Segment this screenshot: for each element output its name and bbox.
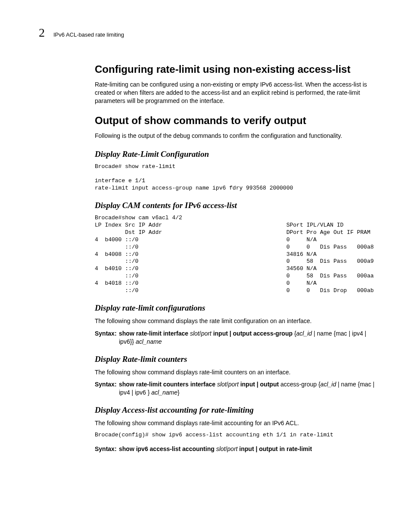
syntax-text: } (177, 389, 180, 396)
section-heading-config: Configuring rate-limit using non-existin… (95, 63, 381, 75)
subsection-heading-rate-limit-config: Display Rate-Limit Configuration (95, 149, 381, 159)
syntax-text: slot (217, 381, 227, 388)
syntax-label: Syntax: (95, 380, 119, 397)
syntax-body: show rate-limit interface slot/port inpu… (119, 330, 381, 346)
header-title: IPv6 ACL-based rate limiting (53, 31, 124, 38)
paragraph: The following show command displays rate… (95, 368, 381, 376)
syntax-line: Syntax: show rate-limit counters interfa… (95, 380, 381, 397)
syntax-label: Syntax: (95, 445, 119, 453)
syntax-text: show rate-limit counters interface (119, 381, 217, 388)
section-paragraph: Rate-limiting can be configured using a … (95, 81, 381, 105)
syntax-text: acl_name (136, 338, 162, 345)
syntax-label: Syntax: (95, 330, 119, 346)
paragraph: The following show command displays rate… (95, 419, 381, 427)
page-header: 2 IPv6 ACL-based rate limiting (39, 26, 381, 40)
syntax-text: input | output in rate-limit (237, 445, 312, 452)
syntax-body: show ipv6 access-list accounting slot/po… (119, 445, 381, 453)
syntax-text: acl_id (296, 330, 312, 337)
section-heading-output: Output of show commands to verify output (95, 115, 381, 127)
syntax-text: input | output access-group (212, 330, 294, 337)
content: Configuring rate-limit using non-existin… (95, 63, 381, 453)
syntax-text: show rate-limit interface (119, 330, 190, 337)
syntax-body: show rate-limit counters interface slot/… (119, 380, 381, 397)
subsection-heading-cam-contents: Display CAM contents for IPv6 access-lis… (95, 201, 381, 210)
syntax-text: show ipv6 access-list accounting (119, 445, 216, 452)
syntax-text: port (201, 330, 212, 337)
syntax-text: access-group { (280, 381, 321, 388)
section-paragraph: Following is the output of the debug com… (95, 132, 381, 140)
syntax-text: slot (190, 330, 199, 337)
code-block: Brocade(config)# show ipv6 access-list a… (95, 432, 381, 439)
subsection-heading-access-list-accounting: Display Access-list accounting for rate-… (95, 405, 381, 415)
syntax-text: slot (216, 445, 226, 452)
chapter-number: 2 (39, 26, 45, 40)
code-block: Brocade# show rate-limit interface e 1/1… (95, 163, 381, 193)
syntax-text: port (228, 381, 239, 388)
page: 2 IPv6 ACL-based rate limiting Configuri… (0, 0, 411, 484)
syntax-text: port (227, 445, 237, 452)
subsection-heading-rate-limit-configs: Display rate-limit configurations (95, 303, 381, 313)
syntax-line: Syntax: show rate-limit interface slot/p… (95, 330, 381, 346)
syntax-line: Syntax: show ipv6 access-list accounting… (95, 445, 381, 453)
code-block: Brocade#show cam v6acl 4/2 LP Index Src … (95, 215, 381, 295)
subsection-heading-rate-limit-counters: Display Rate-limit counters (95, 355, 381, 364)
syntax-text: input | output (239, 381, 280, 388)
syntax-text: acl_name (151, 389, 177, 396)
paragraph: The following show command displays the … (95, 317, 381, 325)
syntax-text: acl_id (321, 381, 336, 388)
